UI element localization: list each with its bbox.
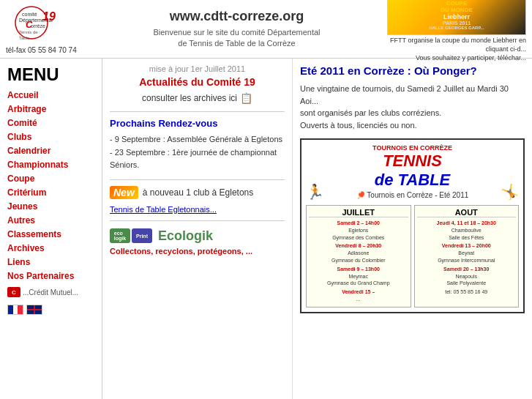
svg-text:Tennis de: Tennis de	[19, 30, 38, 34]
flags-area	[0, 302, 102, 318]
event-j3: Samedi 9 – 13h00 Meymac Gymnase du Grand…	[309, 266, 408, 287]
nav-item-autres[interactable]: Autres	[7, 213, 94, 227]
tennis-poster: 🏃 TOURNOIS EN CORRÈZE TENNIS de TABLE 🏓 …	[300, 138, 525, 313]
print-blue-box: Print	[132, 228, 152, 243]
site-logo: comité Départemental C orrèze 19 Tennis …	[6, 4, 57, 45]
nav-item-jeunes[interactable]: Jeunes	[7, 199, 94, 213]
poster-subtitle: 🏓 Tournois en Corrèze - Eté 2011	[356, 191, 469, 199]
archives-link-row: consulter les archives ici 📋	[110, 92, 285, 104]
month-aout-events: Jeudi 4, 11 et 18 – 20h30 Chamboulive Sa…	[417, 220, 517, 296]
event-j2: Vendredi 8 – 20h30 Adlasone Gymnase du C…	[309, 242, 408, 264]
ponger-desc-2: sont organisés par les clubs corréziens.	[300, 107, 525, 119]
month-juillet-events: Samedi 2 – 14h00 Egletons Gymnase des Co…	[309, 220, 408, 303]
site-url: www.cdtt-correze.org	[94, 9, 380, 24]
month-juillet-title: JUILLET	[309, 208, 408, 217]
logo-area: comité Départemental C orrèze 19 Tennis …	[6, 4, 94, 54]
archives-link[interactable]: consulter les archives ici	[142, 93, 237, 103]
svg-text:comité: comité	[22, 12, 37, 17]
event-a2: Vendredi 13 – 20h00 Beynat Gymnase Inter…	[417, 242, 517, 264]
sidebar: MENU Accueil Arbitrage Comité Clubs Cale…	[0, 59, 102, 399]
nav-item-partenaires[interactable]: Nos Partenaires	[7, 269, 94, 283]
banner-content: COUPE DU MONDE Liebherr PARIS 2011 HALLE…	[429, 0, 484, 30]
eco-green-box: ecologik	[110, 228, 130, 243]
news-title: Actualités du Comité 19	[110, 76, 285, 88]
poster-top-text: TOURNOIS EN CORRÈZE	[356, 144, 469, 152]
month-aout-title: AOUT	[417, 208, 517, 217]
ponger-title: Eté 2011 en Corrèze : Où Ponger?	[300, 64, 525, 77]
svg-text:orrèze: orrèze	[31, 23, 45, 29]
nav-item-clubs[interactable]: Clubs	[7, 130, 94, 143]
rdv-title: Prochains Rendez-vous	[110, 118, 285, 129]
separator-1	[110, 111, 285, 112]
nav-item-championnats[interactable]: Championnats	[7, 157, 94, 171]
ponger-description: Une vingtaine de tournois, du Samedi 2 J…	[300, 83, 525, 131]
archive-icon: 📋	[240, 92, 252, 104]
poster-title-tennis: TENNIS	[356, 152, 469, 171]
center-header: www.cdtt-correze.org Bienvenue sur le si…	[94, 9, 380, 50]
top-header: comité Départemental C orrèze 19 Tennis …	[0, 0, 532, 59]
ecologik-logo: ecologik Print	[110, 228, 152, 243]
player-icon-left: 🏃	[306, 183, 324, 201]
main-layout: MENU Accueil Arbitrage Comité Clubs Cale…	[0, 59, 532, 399]
uk-flag	[26, 305, 42, 315]
ponger-desc-3: Ouverts à tous, licenciés ou non.	[300, 119, 525, 132]
ponger-desc-1: Une vingtaine de tournois, du Samedi 2 J…	[300, 83, 525, 107]
coupe-banner[interactable]: COUPE DU MONDE Liebherr PARIS 2011 HALLE…	[387, 0, 526, 35]
credit-mutuel-icon: C	[7, 287, 20, 297]
menu-title: MENU	[0, 59, 102, 88]
telephone-text: tél-fax 05 55 84 70 74	[6, 46, 77, 54]
poster-title-table: de TABLE	[356, 171, 469, 190]
nav-list: Accueil Arbitrage Comité Clubs Calendrie…	[0, 88, 102, 283]
nav-item-arbitrage[interactable]: Arbitrage	[7, 102, 94, 116]
club-link-row: Tennis de Table Egletonnais...	[110, 204, 285, 215]
new-badge: New	[110, 186, 138, 199]
right-header: COUPE DU MONDE Liebherr PARIS 2011 HALLE…	[380, 0, 526, 63]
event-j4: Vendredi 15 – ...	[309, 288, 408, 303]
event-a1: Jeudi 4, 11 et 18 – 20h30 Chamboulive Sa…	[417, 220, 517, 241]
nav-item-accueil[interactable]: Accueil	[7, 88, 94, 102]
event-a4: tel: 05 55 85 16 49	[417, 288, 517, 296]
event-j1: Samedi 2 – 14h00 Egletons Gymnase des Co…	[309, 220, 408, 241]
nav-item-coupe[interactable]: Coupe	[7, 171, 94, 185]
content-area: mise à jour 1er Juillet 2011 Actualités …	[102, 59, 532, 399]
event-a3: Samedi 20 – 13h30 Neapouls Salle Polyval…	[417, 266, 517, 287]
new-row: New à nouveau 1 club à Egletons	[110, 186, 285, 199]
separator-2	[110, 179, 285, 180]
month-juillet: JUILLET Samedi 2 – 14h00 Egletons Gymnas…	[306, 205, 411, 307]
site-description: Bienvenue sur le site du comité Départem…	[94, 27, 380, 50]
separator-3	[110, 220, 285, 221]
month-aout: AOUT Jeudi 4, 11 et 18 – 20h30 Chambouli…	[414, 205, 520, 307]
update-date: mise à jour 1er Juillet 2011	[110, 64, 285, 73]
ecologik-title: Ecologik	[158, 228, 213, 244]
new-text: à nouveau 1 club à Egletons	[143, 187, 253, 198]
months-grid: JUILLET Samedi 2 – 14h00 Egletons Gymnas…	[306, 205, 519, 307]
right-content: Eté 2011 en Corrèze : Où Ponger? Une vin…	[293, 59, 532, 399]
nav-item-archives[interactable]: Archives	[7, 241, 94, 255]
nav-item-criterium[interactable]: Critérium	[7, 185, 94, 199]
ecologik-section: ecologik Print Ecologik	[110, 228, 285, 244]
nav-item-liens[interactable]: Liens	[7, 255, 94, 269]
svg-text:Table: Table	[19, 36, 30, 40]
ecologik-desc: Collectons, recyclons, protégeons, ...	[110, 247, 285, 256]
player-icon-right: 🤸	[501, 183, 519, 201]
credit-mutuel: C ...Crédit Mutuel...	[0, 283, 102, 302]
nav-item-calendrier[interactable]: Calendrier	[7, 143, 94, 157]
rdv-list: - 9 Septembre : Assemblée Générale à Egl…	[110, 133, 285, 172]
rdv-item-2: - 23 Septembre : 1ère journée de champio…	[110, 146, 285, 172]
nav-item-classements[interactable]: Classements	[7, 227, 94, 241]
nav-item-comite[interactable]: Comité	[7, 116, 94, 130]
club-link[interactable]: Tennis de Table Egletonnais...	[110, 205, 217, 214]
french-flag	[7, 305, 23, 315]
left-content: mise à jour 1er Juillet 2011 Actualités …	[102, 59, 293, 399]
rdv-item-1: - 9 Septembre : Assemblée Générale à Egl…	[110, 133, 285, 146]
svg-text:19: 19	[42, 10, 56, 23]
